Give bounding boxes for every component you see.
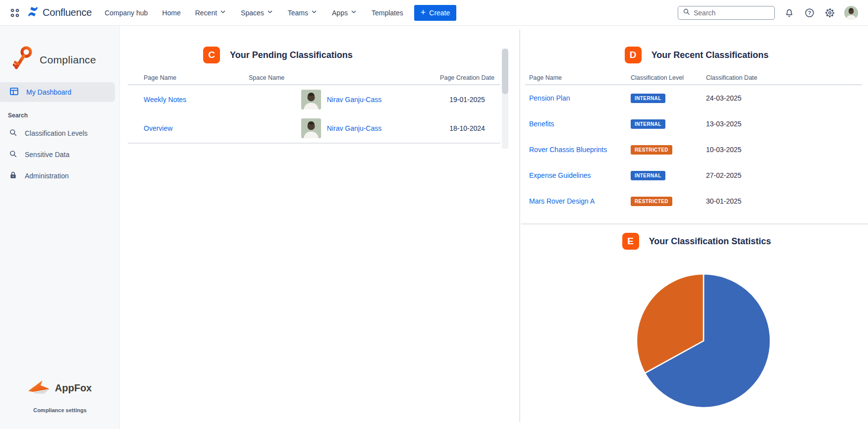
table-header-row: Page Name Classification Level Classific… bbox=[525, 71, 862, 85]
classification-level-badge: INTERNAL bbox=[631, 94, 665, 103]
chevron-down-icon bbox=[267, 8, 273, 17]
chevron-down-icon bbox=[350, 8, 357, 17]
appfox-logo: AppFox bbox=[0, 379, 120, 397]
table-row: Weekly Notes Nirav Ganju-Cass 19-01-2025 bbox=[128, 85, 500, 114]
space-avatar bbox=[301, 118, 321, 138]
column-header-page-name: Page Name bbox=[128, 74, 249, 81]
user-avatar[interactable] bbox=[844, 6, 858, 20]
table-row: Mars Rover Design A RESTRICTED 30-01-202… bbox=[525, 188, 862, 214]
space-link[interactable]: Nirav Ganju-Cass bbox=[327, 124, 381, 132]
top-navigation-bar: Confluence Company hub Home Recent Space… bbox=[0, 0, 868, 26]
confluence-logo-icon bbox=[27, 5, 39, 20]
section-badge-d: D bbox=[625, 47, 642, 63]
nav-templates[interactable]: Templates bbox=[372, 9, 403, 17]
sidebar-item-classification-levels[interactable]: Classification Levels bbox=[0, 123, 115, 143]
table-row: Pension Plan INTERNAL 24-03-2025 bbox=[525, 85, 862, 111]
nav-apps[interactable]: Apps bbox=[332, 8, 357, 17]
classification-pie-chart bbox=[636, 273, 771, 409]
classification-level-badge: INTERNAL bbox=[631, 119, 665, 129]
svg-text:?: ? bbox=[808, 10, 811, 15]
sidebar-item-sensitive-data[interactable]: Sensitive Data bbox=[0, 145, 115, 164]
primary-nav: Company hub Home Recent Spaces Teams App… bbox=[105, 8, 403, 17]
table-header-row: Page Name Space Name Page Creation Date bbox=[128, 71, 500, 85]
search-box[interactable] bbox=[678, 6, 775, 20]
search-input[interactable] bbox=[694, 9, 763, 17]
plus-icon: + bbox=[421, 8, 426, 17]
classification-statistics-header: E Your Classification Statistics bbox=[525, 233, 868, 250]
magnifier-icon bbox=[8, 149, 18, 161]
confluence-logo-text: Confluence bbox=[43, 7, 92, 18]
lock-icon bbox=[8, 170, 18, 182]
recent-classifications-header: D Your Recent Classifications bbox=[525, 47, 868, 63]
chevron-down-icon bbox=[311, 8, 318, 17]
pending-classifications-title: Your Pending Classifications bbox=[230, 50, 353, 60]
classification-date: 30-01-2025 bbox=[706, 197, 862, 205]
dashboard-main: C Your Pending Classifications Page Name… bbox=[120, 26, 868, 429]
appfox-logo-text: AppFox bbox=[55, 382, 92, 394]
classification-pie bbox=[636, 273, 771, 409]
help-icon[interactable]: ? bbox=[804, 7, 815, 19]
page-creation-date: 18-10-2024 bbox=[434, 124, 500, 132]
section-badge-c: C bbox=[203, 47, 220, 63]
nav-recent[interactable]: Recent bbox=[195, 8, 226, 17]
recent-classifications-title: Your Recent Classifications bbox=[651, 50, 769, 60]
chevron-down-icon bbox=[219, 8, 226, 17]
sidebar-item-my-dashboard[interactable]: My Dashboard bbox=[0, 82, 115, 102]
classification-date: 13-03-2025 bbox=[706, 120, 862, 128]
table-row: Benefits INTERNAL 13-03-2025 bbox=[525, 111, 862, 137]
classification-level-badge: RESTRICTED bbox=[631, 145, 672, 155]
gear-icon[interactable] bbox=[824, 7, 836, 19]
page-link[interactable]: Rover Chassis Blueprints bbox=[529, 146, 607, 154]
dashboard-icon bbox=[9, 86, 19, 99]
page-link[interactable]: Mars Rover Design A bbox=[529, 197, 595, 205]
pending-classifications-table: Page Name Space Name Page Creation Date … bbox=[128, 71, 500, 144]
fox-icon bbox=[28, 379, 50, 397]
table-row: Rover Chassis Blueprints RESTRICTED 10-0… bbox=[525, 137, 862, 162]
page-link[interactable]: Overview bbox=[144, 124, 172, 132]
sidebar-item-label: Classification Levels bbox=[25, 129, 88, 137]
sidebar-item-label: Administration bbox=[25, 172, 69, 180]
bell-icon[interactable] bbox=[783, 7, 795, 19]
sidebar-item-label: My Dashboard bbox=[26, 88, 71, 96]
nav-spaces[interactable]: Spaces bbox=[241, 8, 273, 17]
classification-date: 10-03-2025 bbox=[706, 146, 862, 154]
magnifier-icon bbox=[8, 128, 18, 139]
app-switcher-grid-icon[interactable] bbox=[10, 8, 20, 18]
topnav-right-cluster: ? bbox=[678, 6, 858, 20]
page-link[interactable]: Benefits bbox=[529, 120, 554, 128]
nav-teams[interactable]: Teams bbox=[288, 8, 318, 17]
classification-date: 24-03-2025 bbox=[706, 94, 862, 102]
recent-classifications-table: Page Name Classification Level Classific… bbox=[525, 71, 862, 214]
space-avatar bbox=[301, 90, 321, 109]
column-header-space-name: Space Name bbox=[249, 74, 434, 81]
table-row: Expense Guidelines INTERNAL 27-02-2025 bbox=[525, 162, 862, 188]
page-link[interactable]: Weekly Notes bbox=[144, 96, 186, 104]
confluence-logo[interactable]: Confluence bbox=[27, 5, 92, 20]
sidebar-item-administration[interactable]: Administration bbox=[0, 166, 115, 186]
page-link[interactable]: Pension Plan bbox=[529, 94, 570, 102]
create-button[interactable]: + Create bbox=[414, 5, 457, 21]
page-link[interactable]: Expense Guidelines bbox=[529, 171, 591, 179]
space-link[interactable]: Nirav Ganju-Cass bbox=[327, 96, 381, 104]
classification-level-badge: INTERNAL bbox=[631, 171, 665, 180]
section-divider bbox=[521, 223, 868, 224]
nav-company-hub[interactable]: Company hub bbox=[105, 9, 148, 17]
section-badge-e: E bbox=[622, 233, 639, 250]
classification-statistics-title: Your Classification Statistics bbox=[649, 236, 771, 247]
nav-home[interactable]: Home bbox=[162, 9, 180, 17]
sidebar-item-label: Sensitive Data bbox=[25, 151, 69, 159]
key-icon bbox=[13, 46, 34, 74]
search-icon bbox=[682, 7, 691, 18]
compliance-sidebar: Compliance My Dashboard Search Classific… bbox=[0, 26, 120, 429]
classification-level-badge: RESTRICTED bbox=[631, 197, 672, 206]
pending-classifications-header: C Your Pending Classifications bbox=[203, 47, 353, 63]
column-header-classification-date: Classification Date bbox=[706, 74, 862, 81]
compliance-app-logo: Compliance bbox=[13, 46, 96, 74]
compliance-settings-link[interactable]: Compliance settings bbox=[0, 407, 120, 413]
pending-table-scrollbar[interactable] bbox=[502, 49, 508, 149]
column-divider bbox=[519, 30, 520, 422]
column-header-page-name: Page Name bbox=[525, 74, 631, 81]
scrollbar-thumb[interactable] bbox=[502, 49, 508, 94]
page-creation-date: 19-01-2025 bbox=[434, 96, 500, 104]
table-row: Overview Nirav Ganju-Cass 18-10-2024 bbox=[128, 114, 500, 143]
